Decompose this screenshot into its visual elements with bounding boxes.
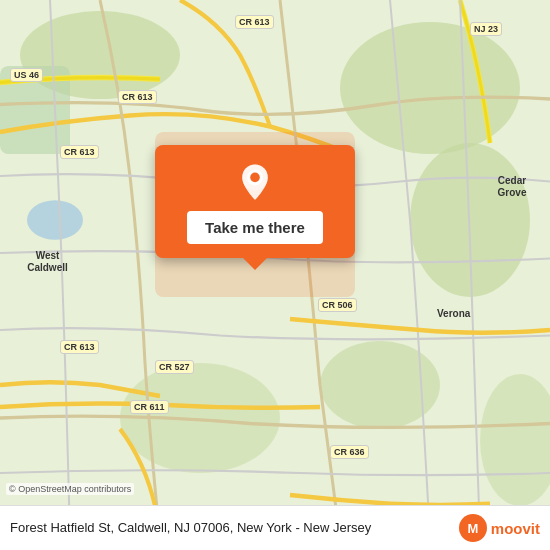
moovit-logo: M moovit <box>459 514 540 542</box>
label-nj23: NJ 23 <box>470 22 502 36</box>
map-attribution: © OpenStreetMap contributors <box>6 483 134 495</box>
label-cr527: CR 527 <box>155 360 194 374</box>
svg-point-2 <box>340 22 520 154</box>
moovit-wordmark: moovit <box>491 520 540 537</box>
label-cr613-bot: CR 613 <box>60 340 99 354</box>
label-us46: US 46 <box>10 68 43 82</box>
svg-point-8 <box>27 200 83 240</box>
take-me-there-button[interactable]: Take me there <box>187 211 323 244</box>
bottom-bar: Forest Hatfield St, Caldwell, NJ 07006, … <box>0 505 550 550</box>
label-cr613-top: CR 613 <box>235 15 274 29</box>
map-container: CR 613 CR 613 CR 613 CR 613 NJ 23 US 46 … <box>0 0 550 550</box>
popup-card: Take me there <box>155 145 355 258</box>
location-pin-icon <box>235 163 275 203</box>
label-verona: Verona <box>437 308 470 320</box>
label-west-caldwell: West Caldwell <box>15 250 80 274</box>
label-cr613-mid-left: CR 613 <box>118 90 157 104</box>
label-cr636: CR 636 <box>330 445 369 459</box>
label-cr506: CR 506 <box>318 298 357 312</box>
moovit-icon: M <box>459 514 487 542</box>
map-background <box>0 0 550 550</box>
address-label: Forest Hatfield St, Caldwell, NJ 07006, … <box>10 520 449 537</box>
svg-point-12 <box>250 173 260 183</box>
label-cr611: CR 611 <box>130 400 169 414</box>
svg-text:M: M <box>467 521 478 536</box>
label-cedar-grove: Cedar Grove <box>482 175 542 199</box>
label-cr613-mid: CR 613 <box>60 145 99 159</box>
